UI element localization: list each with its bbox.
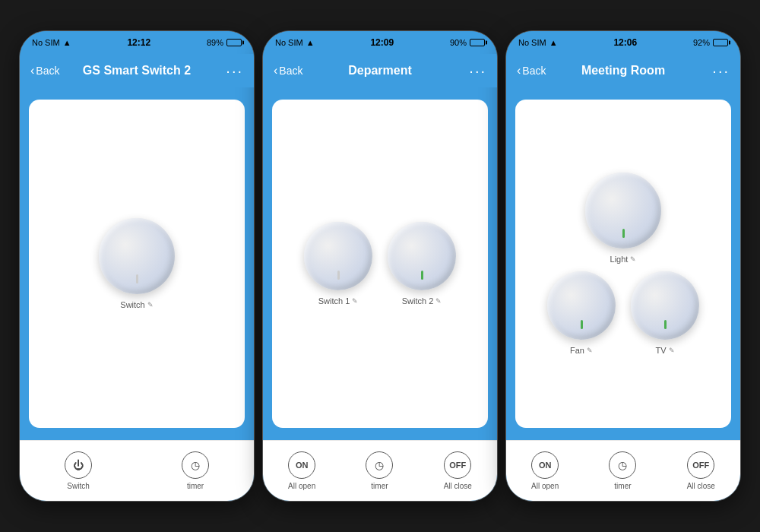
edit-icon-light[interactable]: ✎: [630, 255, 636, 263]
back-label-2: Back: [279, 65, 302, 77]
back-button-3[interactable]: ‹ Back: [517, 64, 546, 78]
bottom-bar-2: ON All open ◷ timer OFF All close: [263, 440, 497, 501]
timer-label-3: timer: [614, 482, 631, 490]
edit-icon-fan[interactable]: ✎: [587, 347, 593, 354]
switch-item-1: Switch ✎: [99, 218, 175, 309]
nav-bar-2: ‹ Back Deparment ···: [263, 54, 497, 87]
more-button-3[interactable]: ···: [712, 63, 730, 78]
off-icon-2: OFF: [444, 451, 471, 479]
toolbar-switch-1[interactable]: ⏻ Switch: [65, 451, 92, 490]
wifi-icon-1: ▲: [63, 38, 71, 47]
switch-label-fan: Fan ✎: [570, 346, 593, 355]
timer-label-1: timer: [187, 482, 204, 490]
back-button-2[interactable]: ‹ Back: [274, 64, 302, 78]
no-sim-label-3: No SIM: [518, 38, 546, 47]
timer-label-2: timer: [371, 482, 388, 490]
back-arrow-icon-1: ‹: [30, 64, 34, 78]
nav-bar-1: ‹ Back GS Smart Switch 2 ···: [20, 54, 254, 87]
switches-row-1: Switch ✎: [99, 218, 175, 309]
edit-icon-tv[interactable]: ✎: [669, 347, 675, 354]
back-label-1: Back: [36, 65, 59, 77]
power-icon-1: ⏻: [65, 451, 92, 479]
knobs-grid-3: Light ✎ Fan ✎: [523, 173, 724, 355]
switch-indicator-tv: [664, 320, 667, 329]
time-1: 12:12: [127, 37, 150, 48]
switch-knob-fan[interactable]: [547, 271, 616, 340]
edit-icon-1[interactable]: ✎: [147, 301, 154, 309]
timer-icon-3: ◷: [609, 451, 636, 479]
switch-label-2a: Switch 1 ✎: [318, 296, 359, 306]
switch-knob-light[interactable]: [585, 173, 661, 249]
back-arrow-icon-2: ‹: [274, 64, 277, 78]
status-bar-3: No SIM ▲ 12:06 92%: [506, 31, 740, 54]
no-sim-label-1: No SIM: [32, 38, 60, 47]
nav-title-3: Meeting Room: [581, 64, 665, 78]
switch-indicator-2b: [421, 271, 423, 280]
toolbar-all-open-2[interactable]: ON All open: [288, 451, 315, 490]
main-content-3: Light ✎ Fan ✎: [506, 87, 740, 440]
switch-item-2a: Switch 1 ✎: [304, 222, 372, 306]
time-2: 12:09: [370, 37, 394, 48]
phone-3: No SIM ▲ 12:06 92% ‹ Back Meeting Room ·…: [505, 30, 741, 502]
wifi-icon-3: ▲: [549, 38, 558, 47]
phone-2: No SIM ▲ 12:09 90% ‹ Back Deparment ···: [262, 30, 498, 502]
switches-row-2: Switch 1 ✎ Switch 2 ✎: [304, 222, 456, 306]
back-label-3: Back: [522, 65, 546, 77]
device-card-2: Switch 1 ✎ Switch 2 ✎: [272, 100, 488, 428]
more-button-2[interactable]: ···: [469, 63, 486, 78]
knobs-top-row: Light ✎: [585, 173, 661, 264]
phone-1: No SIM ▲ 12:12 89% ‹ Back GS Smart Switc…: [19, 30, 255, 502]
toolbar-timer-3[interactable]: ◷ timer: [609, 451, 636, 490]
switch-label-1: Switch ✎: [120, 300, 153, 309]
toolbar-all-close-2[interactable]: OFF All close: [444, 451, 472, 490]
back-arrow-icon-3: ‹: [517, 64, 521, 78]
switch-item-tv: TV ✎: [631, 271, 699, 355]
switch-knob-1[interactable]: [99, 218, 175, 294]
toolbar-all-close-3[interactable]: OFF All close: [687, 451, 715, 490]
switch-knob-2b[interactable]: [388, 222, 456, 290]
switch-indicator-1: [136, 274, 138, 283]
switch-item-2b: Switch 2 ✎: [388, 222, 456, 306]
more-button-1[interactable]: ···: [226, 63, 243, 78]
off-icon-3: OFF: [687, 451, 714, 479]
battery-icon-2: [470, 39, 485, 46]
on-icon-2: ON: [288, 451, 315, 479]
edit-icon-2b[interactable]: ✎: [435, 297, 442, 305]
on-icon-3: ON: [531, 451, 559, 479]
bottom-bar-1: ⏻ Switch ◷ timer: [20, 440, 254, 501]
switch-knob-tv[interactable]: [631, 271, 699, 340]
status-bar-2: No SIM ▲ 12:09 90%: [263, 31, 497, 54]
bottom-bar-3: ON All open ◷ timer OFF All close: [506, 440, 740, 501]
nav-title-2: Deparment: [348, 64, 412, 78]
back-button-1[interactable]: ‹ Back: [30, 64, 59, 78]
timer-icon-2: ◷: [366, 451, 393, 479]
battery-label-1: 89%: [207, 38, 223, 47]
switch-toolbar-label-1: Switch: [67, 482, 89, 490]
switch-item-fan: Fan ✎: [547, 271, 616, 355]
all-open-label-2: All open: [288, 482, 315, 490]
nav-title-1: GS Smart Switch 2: [83, 64, 191, 78]
toolbar-timer-1[interactable]: ◷ timer: [182, 451, 209, 490]
switch-knob-2a[interactable]: [304, 222, 372, 290]
battery-icon-3: [713, 39, 728, 46]
toolbar-timer-2[interactable]: ◷ timer: [366, 451, 393, 490]
battery-label-2: 90%: [450, 38, 467, 47]
toolbar-all-open-3[interactable]: ON All open: [531, 451, 559, 490]
no-sim-label-2: No SIM: [275, 38, 303, 47]
switch-label-tv: TV ✎: [655, 346, 674, 355]
edit-icon-2a[interactable]: ✎: [352, 297, 358, 305]
all-close-label-2: All close: [444, 482, 472, 490]
switch-label-2b: Switch 2 ✎: [402, 296, 442, 306]
phones-container: No SIM ▲ 12:12 89% ‹ Back GS Smart Switc…: [19, 30, 741, 502]
switch-indicator-fan: [581, 320, 583, 329]
time-3: 12:06: [613, 37, 637, 48]
timer-icon-1: ◷: [182, 451, 209, 479]
battery-label-3: 92%: [693, 38, 710, 47]
wifi-icon-2: ▲: [306, 38, 315, 47]
device-card-1: Switch ✎: [29, 100, 245, 428]
switch-label-light: Light ✎: [610, 255, 637, 264]
device-card-3: Light ✎ Fan ✎: [515, 100, 731, 428]
main-content-1: Switch ✎: [20, 87, 254, 440]
battery-icon-1: [226, 39, 242, 46]
switch-indicator-light: [622, 229, 625, 238]
